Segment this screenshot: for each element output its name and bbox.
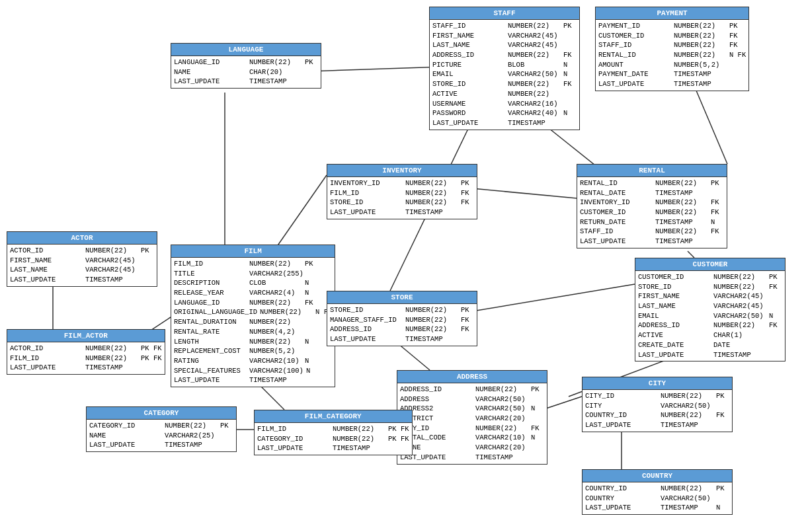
table-inventory-title: INVENTORY (327, 165, 477, 177)
field-type: CLOB (249, 278, 302, 288)
table-row: STORE_IDNUMBER(22)FK (638, 282, 782, 292)
field-key: FK (716, 410, 729, 420)
field-key: PK (461, 178, 474, 188)
field-type: NUMBER(22) (249, 298, 302, 308)
field-name: LAST_NAME (432, 40, 505, 50)
table-language-body: LANGUAGE_IDNUMBER(22)PKNAMECHAR(20)LAST_… (171, 56, 321, 88)
field-type: NUMBER(22) (249, 337, 302, 347)
field-type: TIMESTAMP (475, 453, 528, 463)
table-row: LANGUAGE_IDNUMBER(22)PK (174, 57, 318, 67)
field-name: CUSTOMER_ID (580, 208, 653, 217)
field-type: VARCHAR2(45) (508, 31, 561, 41)
table-row: INVENTORY_IDNUMBER(22)FK (580, 198, 724, 208)
table-row: COUNTRY_IDNUMBER(22)FK (585, 410, 729, 420)
field-name: PAYMENT_DATE (598, 69, 671, 79)
field-key: N (711, 217, 724, 227)
table-row: FILM_IDNUMBER(22)PK FK (257, 424, 409, 434)
field-type: NUMBER(22) (674, 21, 727, 31)
field-name: DESCRIPTION (174, 278, 247, 288)
field-type: TIMESTAMP (655, 217, 708, 227)
field-key: N (306, 366, 319, 376)
table-row: FIRST_NAMEVARCHAR2(45) (10, 256, 154, 266)
table-actor-title: ACTOR (7, 232, 157, 245)
field-key: N (716, 503, 729, 513)
table-row: DESCRIPTIONCLOBN (174, 278, 332, 288)
field-type: NUMBER(22) (85, 354, 138, 363)
field-name: FILM_ID (10, 354, 83, 363)
table-payment-body: PAYMENT_IDNUMBER(22)PKCUSTOMER_IDNUMBER(… (596, 20, 748, 91)
field-key: PK (769, 272, 782, 282)
table-row: ADDRESS_IDNUMBER(22)FK (638, 321, 782, 330)
field-name: CATEGORY_ID (257, 434, 330, 444)
field-type: DATE (713, 340, 766, 350)
field-name: ACTIVE (638, 330, 711, 340)
field-key: PK (563, 21, 577, 31)
field-key (531, 395, 544, 404)
table-city: CITYCITY_IDNUMBER(22)PKCITYVARCHAR2(50)C… (582, 377, 733, 432)
table-film-title: FILM (171, 245, 335, 258)
table-customer-body: CUSTOMER_IDNUMBER(22)PKSTORE_IDNUMBER(22… (635, 271, 785, 361)
table-row: RENTAL_IDNUMBER(22)PK (580, 178, 724, 188)
table-row: LAST_UPDATETIMESTAMP (174, 77, 318, 87)
field-key: PK FK (388, 434, 409, 444)
table-payment-title: PAYMENT (596, 7, 748, 20)
table-row: STORE_IDNUMBER(22)FK (330, 198, 474, 208)
table-row: LAST_NAMEVARCHAR2(45) (10, 265, 154, 275)
field-type: NUMBER(4,2) (249, 327, 302, 337)
field-type: NUMBER(5,2) (249, 346, 302, 356)
field-key (769, 330, 782, 340)
table-customer: CUSTOMERCUSTOMER_IDNUMBER(22)PKSTORE_IDN… (635, 258, 786, 361)
field-type: NUMBER(22) (508, 79, 561, 89)
table-country-title: COUNTRY (583, 470, 732, 482)
table-row: TITLEVARCHAR2(255) (174, 269, 332, 279)
field-type: VARCHAR2(100) (249, 366, 303, 376)
field-type: VARCHAR2(45) (85, 265, 138, 275)
field-type: TIMESTAMP (655, 188, 708, 198)
table-row: LAST_NAMEVARCHAR2(45) (638, 301, 782, 311)
table-row: CATEGORY_IDNUMBER(22)PK (89, 421, 233, 431)
table-actor-body: ACTOR_IDNUMBER(22)PKFIRST_NAMEVARCHAR2(4… (7, 245, 157, 286)
field-type: NUMBER(22) (655, 178, 708, 188)
table-row: RELEASE_YEARVARCHAR2(4)N (174, 288, 332, 298)
field-type: NUMBER(22) (508, 89, 561, 99)
table-row: LAST_UPDATETIMESTAMP (10, 363, 162, 373)
field-name: FILM_ID (257, 424, 330, 434)
field-name: RENTAL_DATE (580, 188, 653, 198)
field-key: FK (729, 31, 743, 41)
field-type: TIMESTAMP (661, 503, 713, 513)
field-type: VARCHAR2(40) (508, 108, 561, 118)
table-row: LAST_UPDATETIMESTAMP (330, 334, 474, 344)
table-category-body: CATEGORY_IDNUMBER(22)PKNAMEVARCHAR2(25)L… (87, 420, 236, 451)
table-row: ADDRESS2VARCHAR2(50)N (400, 404, 544, 414)
field-type: TIMESTAMP (249, 77, 302, 87)
table-row: LAST_UPDATETIMESTAMP (432, 118, 577, 128)
field-type: TIMESTAMP (85, 275, 138, 285)
table-row: SPECIAL_FEATURESVARCHAR2(100)N (174, 366, 332, 376)
field-type: NUMBER(22) (85, 246, 138, 256)
field-name: STORE_ID (638, 282, 711, 292)
table-row: LAST_UPDATETIMESTAMP (638, 350, 782, 360)
field-name: CUSTOMER_ID (598, 31, 671, 41)
field-name: INVENTORY_ID (330, 178, 403, 188)
field-name: LAST_UPDATE (432, 118, 505, 128)
field-type: TIMESTAMP (249, 375, 302, 385)
field-key: N (563, 60, 577, 70)
table-row: LAST_UPDATETIMESTAMP (257, 443, 409, 453)
table-address-body: ADDRESS_IDNUMBER(22)PKADDRESSVARCHAR2(50… (397, 383, 547, 464)
field-name: LAST_UPDATE (10, 363, 83, 373)
field-key (141, 275, 154, 285)
field-key (563, 99, 577, 109)
table-film_category: FILM_CATEGORYFILM_IDNUMBER(22)PK FKCATEG… (254, 410, 413, 455)
table-row: PHONEVARCHAR2(20) (400, 443, 544, 453)
table-store-title: STORE (327, 291, 477, 304)
field-name: FIRST_NAME (432, 31, 505, 41)
field-name: COUNTRY (585, 494, 658, 504)
field-key (711, 237, 724, 247)
field-key (305, 67, 318, 77)
field-type: NUMBER(22) (655, 227, 708, 237)
svg-line-13 (688, 251, 694, 258)
field-name: USERNAME (432, 99, 505, 109)
field-type: NUMBER(22) (713, 321, 766, 330)
field-key: PK (461, 305, 474, 315)
field-key: FK (711, 227, 724, 237)
